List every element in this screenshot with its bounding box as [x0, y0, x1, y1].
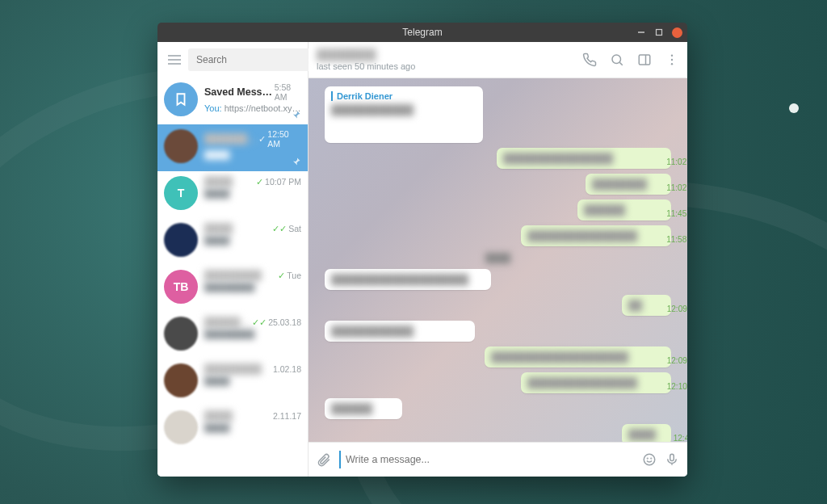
- message-in[interactable]: ████████████████████: [325, 269, 491, 290]
- conversation-pane: ████████ last seen 50 minutes ago: [309, 42, 687, 477]
- svg-point-14: [651, 458, 652, 459]
- avatar: [164, 129, 198, 163]
- chat-name: ████████: [204, 133, 258, 145]
- message-out[interactable]: ████████████████████12:09 AM ✓✓: [485, 346, 671, 368]
- bookmark-icon: [164, 82, 198, 116]
- chat-list-item[interactable]: ████████✓ 12:50 AM████: [157, 124, 308, 171]
- chat-meta: ✓ 10:07 PM: [256, 177, 301, 187]
- svg-point-10: [671, 59, 673, 61]
- chat-meta: ✓✓ 25.03.18: [252, 317, 301, 327]
- message-out[interactable]: ████████████████12:10 AM ✓✓: [521, 372, 671, 393]
- message-out[interactable]: ████████11:02 PM ✓✓: [586, 174, 671, 195]
- messages: Derrik Diener███████████████████████████…: [309, 78, 687, 442]
- message-body: ████████: [592, 178, 665, 190]
- chat-name: ████████: [204, 270, 262, 281]
- message-time: 11:02 PM ✓✓: [666, 158, 687, 166]
- message-time: 11:02 PM ✓✓: [666, 183, 687, 192]
- svg-point-12: [644, 454, 655, 465]
- forwarded-from: Derrik Diener: [331, 91, 476, 101]
- chat-name: ████: [204, 176, 233, 187]
- svg-point-11: [671, 63, 673, 65]
- message-body: ██: [628, 300, 665, 311]
- chat-preview: ████████: [204, 330, 301, 339]
- compose-bar: [309, 442, 687, 477]
- message-out[interactable]: ████████████████11:02 PM ✓✓: [497, 148, 671, 169]
- search-input[interactable]: [188, 48, 319, 71]
- message-body: ████████████: [331, 104, 476, 138]
- svg-rect-15: [670, 454, 674, 460]
- chat-meta: 5:58 AM: [275, 82, 301, 102]
- pin-icon: [292, 157, 301, 166]
- message-body: ████████████: [331, 326, 468, 337]
- svg-line-6: [619, 62, 622, 65]
- chat-name: ████: [204, 223, 233, 234]
- svg-rect-1: [657, 30, 662, 36]
- chat-header-name: ████████: [317, 48, 582, 61]
- chat-list-item[interactable]: Saved Messages 5:58 AMYou: https://netbo…: [157, 78, 308, 124]
- message-body: ████████████████: [527, 230, 665, 242]
- close-icon[interactable]: [672, 27, 682, 38]
- avatar: [164, 223, 198, 257]
- window-title: Telegram: [402, 27, 442, 38]
- chat-header-status: last seen 50 minutes ago: [317, 61, 582, 71]
- chat-list-item[interactable]: ████████✓✓ 25.03.18████████: [157, 312, 308, 359]
- message-in[interactable]: ████████████: [325, 321, 475, 342]
- minimize-icon[interactable]: [636, 27, 646, 37]
- menu-button[interactable]: [162, 48, 187, 72]
- chat-list-item[interactable]: ████████ 1.02.18████: [157, 359, 308, 405]
- message-body: ████: [628, 429, 665, 440]
- chat-meta: ✓ 12:50 AM: [258, 129, 301, 149]
- sidebar: Saved Messages 5:58 AMYou: https://netbo…: [157, 42, 309, 477]
- chat-name: ████████: [204, 317, 252, 328]
- chat-preview: ████: [204, 150, 301, 160]
- svg-rect-7: [639, 55, 650, 65]
- mic-icon[interactable]: [665, 452, 679, 467]
- chat-meta: 1.02.18: [273, 364, 301, 374]
- chat-list-item[interactable]: TB████████✓ Tue████████: [157, 265, 308, 312]
- attach-icon[interactable]: [317, 452, 331, 467]
- chat-list-item[interactable]: ████✓✓ Sat████: [157, 218, 308, 265]
- message-time: 11:45 PM ✓✓: [666, 209, 687, 218]
- more-icon[interactable]: [665, 52, 679, 67]
- emoji-icon[interactable]: [642, 452, 657, 467]
- message-time: 12:41 AM ✓: [674, 434, 687, 442]
- avatar: [164, 317, 198, 351]
- chat-preview: You: https://netboot.xyz...: [204, 103, 301, 113]
- chat-preview: ████: [204, 189, 301, 199]
- window: Telegram Saved Messages 5:58 AMYou: http…: [157, 23, 687, 477]
- avatar: TB: [164, 270, 198, 304]
- message-out[interactable]: ██████11:45 PM ✓✓: [577, 200, 671, 220]
- message-in[interactable]: Derrik Diener████████████: [325, 86, 483, 143]
- chat-name: Saved Messages: [204, 86, 275, 98]
- call-icon[interactable]: [582, 52, 597, 67]
- message-out[interactable]: ████████████████11:58 PM ✓✓: [521, 225, 671, 246]
- chat-header: ████████ last seen 50 minutes ago: [309, 42, 687, 78]
- message-time: 11:58 PM ✓✓: [666, 235, 687, 244]
- message-in[interactable]: ██████: [325, 398, 402, 419]
- maximize-icon[interactable]: [654, 27, 664, 37]
- chat-meta: 2.11.17: [273, 411, 301, 421]
- wallpaper-accent: [789, 103, 799, 113]
- message-body: ████████████████████: [491, 351, 665, 363]
- date-separator: ████: [479, 251, 517, 264]
- avatar: T: [164, 176, 198, 210]
- titlebar: Telegram: [157, 23, 687, 42]
- svg-point-9: [671, 55, 673, 57]
- chat-preview: ████████: [204, 283, 301, 292]
- sidebar-toggle-icon[interactable]: [637, 52, 652, 67]
- message-body: ████████████████: [527, 377, 665, 388]
- search-icon[interactable]: [610, 52, 624, 67]
- message-out[interactable]: ██12:09 AM ✓✓: [622, 295, 671, 316]
- chat-list-item[interactable]: T████✓ 10:07 PM████: [157, 171, 308, 218]
- avatar: [164, 363, 198, 397]
- chat-list-item[interactable]: ████ 2.11.17████: [157, 405, 308, 452]
- avatar: [164, 410, 198, 444]
- chat-name: ████: [204, 410, 233, 422]
- message-time: 12:09 AM ✓✓: [667, 356, 687, 365]
- chat-preview: ████: [204, 236, 301, 246]
- message-time: 12:09 AM ✓✓: [667, 304, 687, 313]
- message-input[interactable]: [339, 451, 634, 468]
- pin-icon: [292, 110, 301, 120]
- message-body: ████████████████████: [331, 274, 485, 285]
- message-out[interactable]: ████12:41 AM ✓: [622, 424, 671, 442]
